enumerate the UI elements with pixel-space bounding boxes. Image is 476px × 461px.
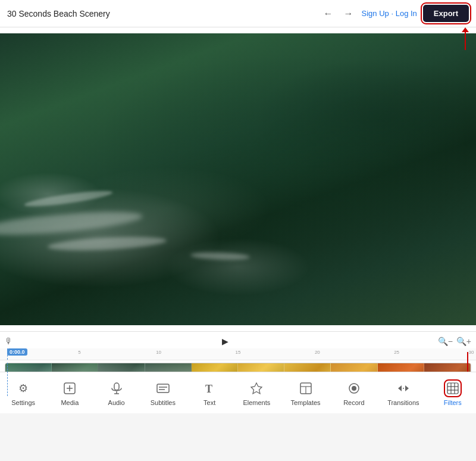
toolbar-item-record[interactable]: Record	[336, 376, 372, 410]
toolbar-item-transitions[interactable]: Transitions	[383, 376, 424, 410]
project-title: 30 Seconds Beach Scenery	[7, 9, 110, 18]
record-label: Record	[343, 399, 364, 406]
time-indicator: 0:00.0	[7, 348, 27, 356]
microphone-button[interactable]: 🎙	[5, 337, 13, 346]
toolbar-item-subtitles[interactable]: Subtitles	[145, 376, 181, 410]
svg-point-15	[352, 386, 356, 391]
elements-label: Elements	[243, 399, 270, 406]
toolbar-item-text[interactable]: T Text	[192, 376, 227, 410]
video-canvas	[0, 33, 476, 325]
play-button[interactable]: ▶	[222, 337, 228, 346]
audio-label: Audio	[108, 399, 125, 406]
settings-label: Settings	[11, 399, 35, 406]
signup-link[interactable]: Sign Up	[362, 9, 389, 18]
svg-rect-17	[447, 383, 458, 394]
ruler-label-15: 15	[236, 350, 241, 355]
audio-icon	[108, 379, 126, 397]
zoom-controls: 🔍− 🔍+	[438, 337, 471, 346]
wave-overlay	[0, 33, 476, 325]
timeline-ruler: 0:00.0 5 10 15 20 25 30	[0, 348, 476, 360]
toolbar-item-elements[interactable]: Elements	[238, 376, 275, 410]
subtitles-icon	[154, 379, 172, 397]
templates-icon	[297, 379, 315, 397]
zoom-out-button[interactable]: 🔍−	[438, 337, 453, 346]
ruler-label-20: 20	[315, 350, 320, 355]
auth-links: Sign Up · Log In	[362, 9, 417, 18]
svg-rect-3	[114, 383, 119, 390]
text-icon: T	[201, 379, 218, 397]
redo-button[interactable]: →	[342, 6, 356, 21]
svg-text:T: T	[205, 383, 212, 395]
filters-icon	[444, 379, 462, 397]
undo-button[interactable]: ←	[321, 6, 336, 21]
ruler-label-25: 25	[394, 350, 399, 355]
timeline-controls: 🎙 ▶ 🔍− 🔍+	[0, 332, 476, 348]
ruler-label-5: 5	[78, 350, 80, 355]
filters-label: Filters	[444, 399, 462, 406]
toolbar-item-audio[interactable]: Audio	[99, 376, 134, 410]
toolbar-item-settings[interactable]: ⚙ Settings	[5, 376, 41, 410]
record-icon	[345, 379, 363, 397]
video-preview-area	[0, 27, 476, 331]
elements-icon	[248, 379, 265, 397]
login-link[interactable]: Log In	[396, 9, 417, 18]
auth-divider: ·	[391, 9, 395, 18]
subtitles-label: Subtitles	[151, 399, 176, 406]
toolbar-item-filters[interactable]: Filters	[435, 376, 471, 410]
transitions-icon	[394, 379, 412, 397]
svg-rect-6	[157, 384, 169, 393]
zoom-in-button[interactable]: 🔍+	[456, 337, 471, 346]
media-icon	[61, 379, 79, 397]
bottom-toolbar: ⚙ Settings Media Au	[0, 372, 476, 413]
templates-label: Templates	[290, 399, 320, 406]
toolbar-item-media[interactable]: Media	[52, 376, 87, 410]
header-controls: ← → Sign Up · Log In Export	[321, 5, 469, 22]
export-button[interactable]: Export	[423, 5, 469, 22]
timeline-area: 🎙 ▶ 🔍− 🔍+ 0:00.0 5 10 15 20 25 30	[0, 331, 476, 413]
toolbar-item-templates[interactable]: Templates	[286, 376, 325, 410]
svg-marker-10	[251, 383, 262, 394]
text-label: Text	[203, 399, 215, 406]
media-label: Media	[61, 399, 79, 406]
settings-icon: ⚙	[14, 379, 32, 397]
transitions-label: Transitions	[387, 399, 419, 406]
clip-dashed-line	[7, 363, 8, 396]
app-header: 30 Seconds Beach Scenery ← → Sign Up · L…	[0, 0, 476, 27]
ruler-label-10: 10	[156, 350, 161, 355]
